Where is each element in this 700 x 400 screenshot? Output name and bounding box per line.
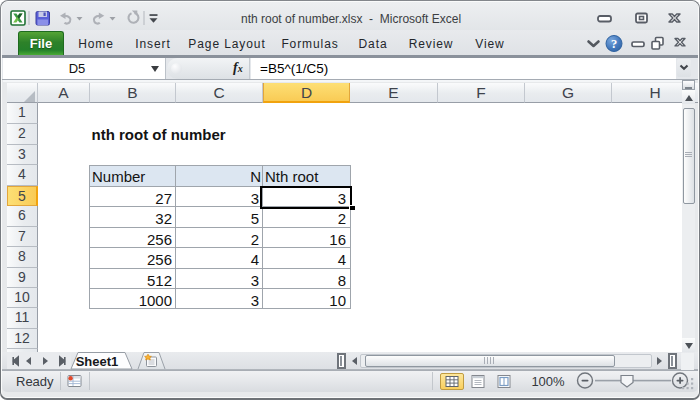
svg-text:?: ? xyxy=(611,37,617,51)
